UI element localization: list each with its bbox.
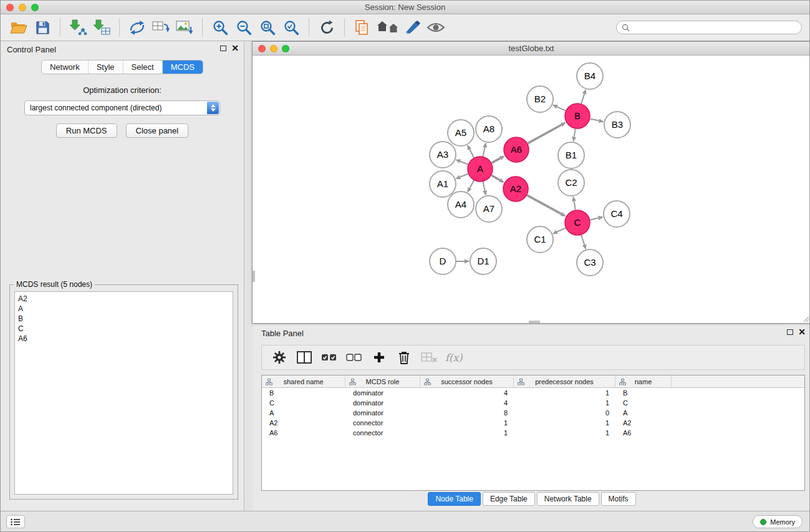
save-session-button[interactable] xyxy=(32,16,52,39)
edge-A-A5[interactable] xyxy=(470,150,474,158)
minimize-window-button[interactable] xyxy=(19,4,26,11)
node-A4[interactable]: A4 xyxy=(448,191,474,218)
edge-A-A2[interactable] xyxy=(491,175,499,180)
column-header-MCDS-role[interactable]: MCDS role xyxy=(345,375,420,387)
zoom-out-button[interactable] xyxy=(234,16,254,39)
memory-button[interactable]: Memory xyxy=(753,515,803,528)
zoom-window-button[interactable] xyxy=(31,4,39,11)
select-all-button[interactable] xyxy=(320,347,339,367)
toolbar-search[interactable] xyxy=(616,21,802,34)
style-brush-button[interactable] xyxy=(402,16,422,39)
node-A5[interactable]: A5 xyxy=(448,120,474,146)
column-header-name[interactable]: name xyxy=(615,375,672,387)
mcds-result-item[interactable]: C xyxy=(18,324,229,334)
export-image-button[interactable] xyxy=(175,16,195,39)
network-close-button[interactable] xyxy=(258,45,266,52)
table-tab-network-table[interactable]: Network Table xyxy=(537,492,599,506)
node-A1[interactable]: A1 xyxy=(430,171,456,197)
new-network-button[interactable] xyxy=(127,16,147,39)
edge-C-C3[interactable] xyxy=(581,235,584,244)
table-row[interactable]: Adominator80A xyxy=(262,408,804,418)
edge-A-A4[interactable] xyxy=(470,180,474,188)
mcds-result-item[interactable]: A6 xyxy=(18,334,229,344)
column-header-predecessor-nodes[interactable]: predecessor nodes xyxy=(514,375,615,387)
node-B2[interactable]: B2 xyxy=(527,86,553,112)
close-window-button[interactable] xyxy=(6,4,14,11)
node-C1[interactable]: C1 xyxy=(527,226,553,253)
node-A8[interactable]: A8 xyxy=(476,116,502,142)
table-row[interactable]: A6connector11A6 xyxy=(262,428,804,438)
column-header-successor-nodes[interactable]: successor nodes xyxy=(420,375,514,387)
control-tab-select[interactable]: Select xyxy=(123,60,162,74)
close-panel-icon[interactable]: ✕ xyxy=(231,45,239,51)
node-C2[interactable]: C2 xyxy=(558,170,584,196)
function-builder-button[interactable]: f(x) xyxy=(445,352,462,364)
node-A2[interactable]: A2 xyxy=(503,177,528,201)
mcds-result-item[interactable]: B xyxy=(18,314,229,324)
mcds-result-item[interactable]: A xyxy=(18,304,229,314)
mcds-result-list[interactable]: A2ABCA6 xyxy=(14,291,233,495)
table-row[interactable]: Cdominator41C xyxy=(262,398,804,408)
float-panel-icon[interactable] xyxy=(220,46,226,51)
table-row[interactable]: Bdominator41B xyxy=(262,388,804,398)
refresh-view-button[interactable] xyxy=(317,16,337,39)
table-settings-button[interactable] xyxy=(270,347,289,367)
horizontal-scrollbar-thumb[interactable] xyxy=(529,321,540,323)
table-tab-edge-table[interactable]: Edge Table xyxy=(483,492,535,506)
edge-B-B4[interactable] xyxy=(581,94,584,104)
network-overview-button[interactable] xyxy=(376,16,398,39)
edge-C-C2[interactable] xyxy=(574,201,576,210)
float-panel-icon[interactable] xyxy=(787,329,793,335)
node-B4[interactable]: B4 xyxy=(577,63,603,89)
add-column-button[interactable] xyxy=(370,347,388,367)
node-C3[interactable]: C3 xyxy=(577,249,603,276)
table-tab-node-table[interactable]: Node Table xyxy=(428,492,481,506)
node-B1[interactable]: B1 xyxy=(558,142,584,168)
control-tab-mcds[interactable]: MCDS xyxy=(162,60,203,74)
search-input[interactable] xyxy=(634,23,796,32)
node-A6[interactable]: A6 xyxy=(504,137,529,162)
control-tab-network[interactable]: Network xyxy=(42,60,88,74)
run-mcds-button[interactable]: Run MCDS xyxy=(56,123,117,138)
network-window-titlebar[interactable]: testGlobe.txt xyxy=(253,42,810,56)
table-row[interactable]: A2connector11A2 xyxy=(262,418,804,428)
delete-column-button[interactable] xyxy=(395,347,413,367)
deselect-all-button[interactable] xyxy=(345,347,364,367)
show-panels-button[interactable] xyxy=(6,515,25,528)
edge-A-A8[interactable] xyxy=(483,147,485,156)
network-zoom-button[interactable] xyxy=(282,45,289,52)
edge-A-A7[interactable] xyxy=(483,182,485,191)
copy-document-button[interactable] xyxy=(352,16,372,39)
edge-C-C4[interactable] xyxy=(591,218,599,220)
mcds-result-item[interactable]: A2 xyxy=(18,294,229,304)
zoom-in-button[interactable] xyxy=(210,16,230,39)
edge-B-B3[interactable] xyxy=(591,119,599,121)
node-A7[interactable]: A7 xyxy=(476,196,502,222)
resize-corner-icon[interactable] xyxy=(802,315,809,322)
import-table-button[interactable] xyxy=(92,16,112,39)
criterion-dropdown[interactable]: largest connected component (directed) xyxy=(24,100,220,115)
node-B3[interactable]: B3 xyxy=(604,112,630,138)
control-tab-style[interactable]: Style xyxy=(88,60,123,74)
edge-A-A3[interactable] xyxy=(460,162,468,165)
delete-table-button-disabled[interactable] xyxy=(420,347,438,367)
close-panel-button[interactable]: Close panel xyxy=(126,123,189,138)
vertical-scrollbar-thumb[interactable] xyxy=(253,271,255,282)
node-D[interactable]: D xyxy=(430,248,456,274)
node-A3[interactable]: A3 xyxy=(430,142,456,168)
import-network-button[interactable] xyxy=(68,16,88,39)
node-C[interactable]: C xyxy=(565,210,590,235)
edge-A-A6[interactable] xyxy=(492,158,501,163)
network-canvas[interactable]: B4B2BB3A5A8A6A3B1AC2A1A2A4A7C4CC1DD1C3 xyxy=(253,56,810,323)
edge-A-A1[interactable] xyxy=(460,174,468,177)
edge-B-B1[interactable] xyxy=(574,129,576,137)
network-minimize-button[interactable] xyxy=(270,45,277,52)
node-C4[interactable]: C4 xyxy=(604,201,630,227)
show-hide-button[interactable] xyxy=(426,16,446,39)
edge-A2-C[interactable] xyxy=(527,195,561,214)
zoom-fit-button[interactable] xyxy=(258,16,277,39)
show-column-button[interactable] xyxy=(295,347,314,367)
new-table-button[interactable] xyxy=(151,16,171,39)
column-header-shared-name[interactable]: shared name xyxy=(262,375,345,387)
edge-A6-B[interactable] xyxy=(528,125,561,143)
